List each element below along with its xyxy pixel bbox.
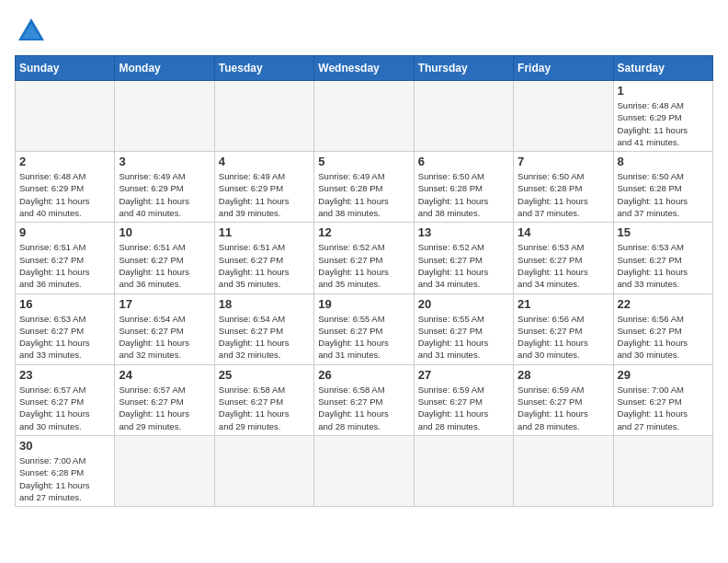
calendar-cell (16, 81, 115, 152)
day-number: 26 (318, 368, 409, 382)
day-number: 1 (618, 84, 709, 98)
day-number: 30 (19, 439, 110, 453)
day-info: Sunrise: 6:49 AM Sunset: 6:28 PM Dayligh… (318, 170, 409, 219)
calendar-cell: 2Sunrise: 6:48 AM Sunset: 6:29 PM Daylig… (16, 152, 115, 223)
day-number: 23 (19, 368, 110, 382)
day-info: Sunrise: 6:50 AM Sunset: 6:28 PM Dayligh… (418, 170, 509, 219)
day-number: 18 (219, 297, 310, 311)
weekday-header-friday: Friday (514, 56, 613, 81)
day-number: 12 (318, 225, 409, 239)
day-number: 3 (119, 155, 210, 168)
calendar-cell: 11Sunrise: 6:51 AM Sunset: 6:27 PM Dayli… (214, 223, 313, 293)
day-info: Sunrise: 6:48 AM Sunset: 6:29 PM Dayligh… (618, 99, 709, 148)
day-number: 28 (518, 368, 609, 382)
calendar-cell: 13Sunrise: 6:52 AM Sunset: 6:27 PM Dayli… (414, 223, 513, 293)
calendar-cell: 20Sunrise: 6:55 AM Sunset: 6:27 PM Dayli… (414, 293, 513, 364)
calendar-cell: 3Sunrise: 6:49 AM Sunset: 6:29 PM Daylig… (115, 152, 214, 223)
day-number: 10 (119, 225, 210, 239)
day-number: 20 (418, 297, 509, 311)
calendar-cell (314, 435, 414, 506)
weekday-header-saturday: Saturday (613, 56, 712, 81)
day-number: 11 (219, 225, 310, 239)
calendar-cell: 26Sunrise: 6:58 AM Sunset: 6:27 PM Dayli… (314, 364, 414, 435)
weekday-header-thursday: Thursday (414, 56, 513, 81)
day-info: Sunrise: 6:59 AM Sunset: 6:27 PM Dayligh… (418, 384, 509, 432)
day-info: Sunrise: 6:53 AM Sunset: 6:27 PM Dayligh… (518, 241, 609, 290)
calendar-week-row: 2Sunrise: 6:48 AM Sunset: 6:29 PM Daylig… (16, 152, 713, 223)
calendar-cell: 10Sunrise: 6:51 AM Sunset: 6:27 PM Dayli… (115, 223, 214, 293)
calendar-cell: 27Sunrise: 6:59 AM Sunset: 6:27 PM Dayli… (414, 364, 513, 435)
day-info: Sunrise: 6:49 AM Sunset: 6:29 PM Dayligh… (119, 170, 210, 219)
day-number: 22 (618, 297, 709, 311)
page-header (15, 15, 713, 48)
calendar-cell: 24Sunrise: 6:57 AM Sunset: 6:27 PM Dayli… (115, 364, 214, 435)
calendar-cell: 21Sunrise: 6:56 AM Sunset: 6:27 PM Dayli… (514, 293, 613, 364)
calendar-week-row: 9Sunrise: 6:51 AM Sunset: 6:27 PM Daylig… (16, 223, 713, 293)
calendar-cell: 12Sunrise: 6:52 AM Sunset: 6:27 PM Dayli… (314, 223, 414, 293)
calendar-cell (613, 435, 712, 506)
day-number: 9 (19, 225, 110, 239)
calendar-cell: 8Sunrise: 6:50 AM Sunset: 6:28 PM Daylig… (613, 152, 712, 223)
calendar-week-row: 30Sunrise: 7:00 AM Sunset: 6:28 PM Dayli… (16, 435, 713, 506)
calendar-cell (214, 81, 313, 152)
weekday-header-sunday: Sunday (16, 56, 115, 81)
day-info: Sunrise: 6:57 AM Sunset: 6:27 PM Dayligh… (119, 384, 210, 432)
calendar-cell: 17Sunrise: 6:54 AM Sunset: 6:27 PM Dayli… (115, 293, 214, 364)
day-info: Sunrise: 6:58 AM Sunset: 6:27 PM Dayligh… (318, 384, 409, 432)
day-number: 15 (618, 225, 709, 239)
day-info: Sunrise: 6:54 AM Sunset: 6:27 PM Dayligh… (219, 313, 310, 362)
calendar-cell (514, 435, 613, 506)
calendar-cell: 6Sunrise: 6:50 AM Sunset: 6:28 PM Daylig… (414, 152, 513, 223)
day-info: Sunrise: 6:55 AM Sunset: 6:27 PM Dayligh… (318, 313, 409, 362)
day-number: 16 (19, 297, 110, 311)
day-number: 24 (119, 368, 210, 382)
calendar-cell (115, 81, 214, 152)
calendar-cell: 29Sunrise: 7:00 AM Sunset: 6:27 PM Dayli… (613, 364, 712, 435)
day-number: 29 (618, 368, 709, 382)
day-info: Sunrise: 6:55 AM Sunset: 6:27 PM Dayligh… (418, 313, 509, 362)
day-info: Sunrise: 6:54 AM Sunset: 6:27 PM Dayligh… (119, 313, 210, 362)
day-info: Sunrise: 6:51 AM Sunset: 6:27 PM Dayligh… (119, 241, 210, 290)
day-info: Sunrise: 6:50 AM Sunset: 6:28 PM Dayligh… (618, 170, 709, 219)
day-info: Sunrise: 6:51 AM Sunset: 6:27 PM Dayligh… (19, 241, 110, 290)
day-info: Sunrise: 6:56 AM Sunset: 6:27 PM Dayligh… (618, 313, 709, 362)
day-number: 2 (19, 155, 110, 168)
weekday-header-monday: Monday (115, 56, 214, 81)
calendar-cell: 22Sunrise: 6:56 AM Sunset: 6:27 PM Dayli… (613, 293, 712, 364)
logo (15, 15, 53, 48)
calendar-cell (514, 81, 613, 152)
calendar-cell (314, 81, 414, 152)
calendar-cell: 5Sunrise: 6:49 AM Sunset: 6:28 PM Daylig… (314, 152, 414, 223)
calendar-cell: 30Sunrise: 7:00 AM Sunset: 6:28 PM Dayli… (16, 435, 115, 506)
calendar-table: SundayMondayTuesdayWednesdayThursdayFrid… (15, 55, 713, 507)
calendar-cell: 1Sunrise: 6:48 AM Sunset: 6:29 PM Daylig… (613, 81, 712, 152)
day-info: Sunrise: 6:57 AM Sunset: 6:27 PM Dayligh… (19, 384, 110, 432)
day-number: 7 (518, 155, 609, 168)
weekday-header-wednesday: Wednesday (314, 56, 414, 81)
calendar-cell: 14Sunrise: 6:53 AM Sunset: 6:27 PM Dayli… (514, 223, 613, 293)
day-info: Sunrise: 7:00 AM Sunset: 6:27 PM Dayligh… (618, 384, 709, 432)
day-number: 21 (518, 297, 609, 311)
logo-icon (15, 15, 48, 48)
calendar-cell: 18Sunrise: 6:54 AM Sunset: 6:27 PM Dayli… (214, 293, 313, 364)
day-number: 27 (418, 368, 509, 382)
weekday-header-tuesday: Tuesday (214, 56, 313, 81)
day-info: Sunrise: 6:59 AM Sunset: 6:27 PM Dayligh… (518, 384, 609, 432)
day-info: Sunrise: 6:52 AM Sunset: 6:27 PM Dayligh… (418, 241, 509, 290)
day-info: Sunrise: 6:53 AM Sunset: 6:27 PM Dayligh… (618, 241, 709, 290)
calendar-cell: 23Sunrise: 6:57 AM Sunset: 6:27 PM Dayli… (16, 364, 115, 435)
day-number: 14 (518, 225, 609, 239)
day-info: Sunrise: 6:49 AM Sunset: 6:29 PM Dayligh… (219, 170, 310, 219)
day-info: Sunrise: 7:00 AM Sunset: 6:28 PM Dayligh… (19, 454, 110, 503)
calendar-cell: 9Sunrise: 6:51 AM Sunset: 6:27 PM Daylig… (16, 223, 115, 293)
day-number: 8 (618, 155, 709, 168)
day-number: 4 (219, 155, 310, 168)
weekday-header-row: SundayMondayTuesdayWednesdayThursdayFrid… (16, 56, 713, 81)
calendar-cell: 7Sunrise: 6:50 AM Sunset: 6:28 PM Daylig… (514, 152, 613, 223)
calendar-cell (214, 435, 313, 506)
day-info: Sunrise: 6:50 AM Sunset: 6:28 PM Dayligh… (518, 170, 609, 219)
calendar-cell (115, 435, 214, 506)
day-number: 5 (318, 155, 409, 168)
day-info: Sunrise: 6:56 AM Sunset: 6:27 PM Dayligh… (518, 313, 609, 362)
day-number: 25 (219, 368, 310, 382)
